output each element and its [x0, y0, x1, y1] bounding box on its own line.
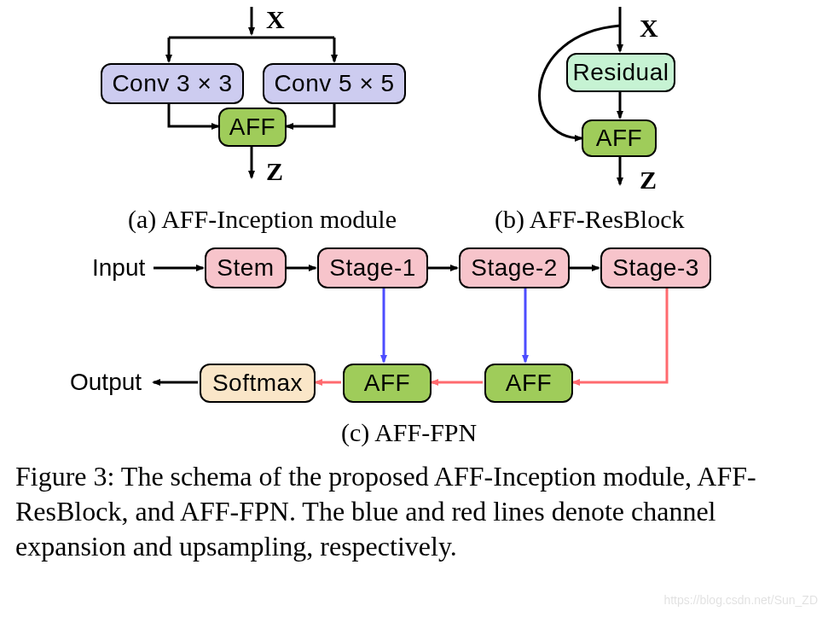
inception-input-label: X	[266, 5, 285, 34]
figure-caption: Figure 3: The schema of the proposed AFF…	[15, 459, 816, 564]
fpn-aff-2-text: AFF	[506, 370, 552, 397]
conv-3x3-box: Conv 3 × 3	[101, 63, 244, 104]
conv-3x3-text: Conv 3 × 3	[112, 70, 232, 97]
inception-aff-box: AFF	[218, 108, 287, 147]
stem-text: Stem	[217, 254, 274, 282]
stage-3-box: Stage-3	[600, 247, 711, 288]
fpn-output-label: Output	[70, 369, 142, 396]
panel-b-caption: (b) AFF-ResBlock	[495, 205, 685, 234]
resblock-output-label: Z	[640, 166, 657, 195]
stage-2-box: Stage-2	[459, 247, 570, 288]
stage-3-text: Stage-3	[612, 254, 699, 282]
stage-1-text: Stage-1	[329, 254, 416, 282]
panel-a-caption: (a) AFF-Inception module	[128, 205, 397, 234]
inception-aff-text: AFF	[229, 114, 275, 141]
fpn-input-label: Input	[92, 254, 145, 282]
stage-2-text: Stage-2	[471, 254, 558, 282]
watermark: https://blog.csdn.net/Sun_ZD	[663, 593, 818, 607]
residual-text: Residual	[573, 59, 669, 86]
panel-c-caption: (c) AFF-FPN	[341, 418, 477, 447]
stage-1-box: Stage-1	[317, 247, 428, 288]
fpn-aff-1-box: AFF	[343, 364, 432, 403]
stem-box: Stem	[205, 247, 287, 288]
resblock-aff-box: AFF	[582, 119, 657, 157]
fpn-aff-2-box: AFF	[484, 364, 573, 403]
resblock-aff-text: AFF	[596, 125, 642, 152]
softmax-text: Softmax	[212, 370, 303, 397]
residual-box: Residual	[566, 53, 675, 92]
conv-5x5-box: Conv 5 × 5	[263, 63, 406, 104]
resblock-input-label: X	[640, 14, 658, 43]
inception-output-label: Z	[266, 157, 283, 186]
softmax-box: Softmax	[200, 364, 316, 403]
conv-5x5-text: Conv 5 × 5	[274, 70, 394, 97]
fpn-aff-1-text: AFF	[364, 370, 410, 397]
